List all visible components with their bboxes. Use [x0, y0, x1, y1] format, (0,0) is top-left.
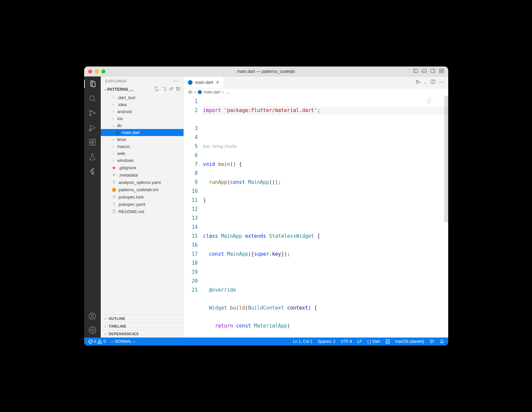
eol-status[interactable]: LF [357, 339, 362, 344]
folder-item[interactable]: ›android [101, 108, 184, 115]
new-file-icon[interactable] [154, 86, 159, 92]
scrollbar-thumb[interactable] [444, 96, 448, 222]
split-editor-icon[interactable] [430, 79, 436, 86]
chevron-right-icon: › [195, 90, 196, 94]
toggle-primary-sidebar-icon[interactable] [413, 68, 418, 74]
zoom-window-button[interactable] [101, 69, 105, 73]
feedback-icon[interactable] [430, 339, 434, 344]
search-activity-icon[interactable] [88, 94, 96, 102]
flutter-device-status[interactable]: macOS (darwin) [395, 339, 424, 344]
breadcrumb-segment[interactable]: ... [226, 90, 229, 94]
section-label: DEPENDENCIES [109, 332, 139, 336]
explorer-sidebar: EXPLORER ⋯ ⌄ PATTERNS_... ›.dart_tool›.i… [101, 76, 184, 338]
cursor-position-status[interactable]: Ln 1, Col 1 [293, 339, 312, 344]
iml-file-icon: ⬤ [111, 187, 117, 192]
editor-area: main.dart ✕ ⌄ ⋯ lib › main.dart › ... [184, 76, 448, 338]
settings-activity-icon[interactable] [88, 326, 96, 334]
timeline-section-header[interactable]: › TIMELINE [101, 322, 184, 330]
run-action-icon[interactable] [415, 79, 421, 86]
tab-main-dart[interactable]: main.dart ✕ [184, 76, 224, 88]
folder-item[interactable]: ›windows [101, 157, 184, 164]
dart-file-icon [198, 90, 202, 94]
new-folder-icon[interactable] [162, 86, 166, 92]
dependencies-section-header[interactable]: › DEPENDENCIES [101, 330, 184, 338]
folder-item[interactable]: ›macos [101, 143, 184, 150]
minimap[interactable]: ▬▬▬ ▬▬▬▬▬▬▬▬▬▬▬ ▬▬▬▬▬▬▬▬▬▬▬▬▬▬▬▬ ▬▬▬▬▬▬▬… [428, 97, 446, 114]
code-editor[interactable]: 12 3456789101112131415161718192021 impor… [184, 96, 448, 338]
collapse-all-icon[interactable] [176, 86, 181, 92]
chevron-right-icon: › [111, 138, 115, 141]
editor-layout-controls [413, 68, 444, 74]
tree-item-label: ios [117, 116, 123, 121]
info-file-icon: ⓘ [111, 209, 117, 214]
svg-line-11 [94, 100, 95, 101]
chevron-right-icon: › [222, 90, 224, 94]
file-item[interactable]: main.dart [101, 129, 184, 136]
breadcrumb[interactable]: lib › main.dart › ... [184, 88, 448, 96]
codelens[interactable]: Run | Debug | Profile [203, 142, 448, 151]
tree-item-label: .gitignore [119, 165, 136, 170]
refresh-icon[interactable] [169, 86, 174, 92]
chevron-right-icon: › [103, 317, 107, 321]
tree-item-label: README.md [119, 209, 144, 214]
chevron-right-icon: › [111, 145, 115, 148]
file-item[interactable]: ≡pubspec.lock [101, 193, 184, 201]
folder-item[interactable]: ›.dart_tool [101, 94, 184, 101]
accounts-activity-icon[interactable] [88, 312, 96, 320]
vim-mode-status: -- NORMAL -- [111, 339, 136, 344]
svg-rect-20 [93, 139, 95, 141]
toggle-panel-icon[interactable] [422, 68, 427, 74]
explorer-activity-icon[interactable] [84, 80, 101, 88]
notifications-icon[interactable] [440, 339, 444, 344]
file-icon: ≡ [111, 194, 117, 200]
chevron-down-icon[interactable]: ⌄ [424, 80, 427, 84]
svg-rect-8 [439, 71, 441, 73]
extensions-activity-icon[interactable] [88, 138, 96, 146]
file-item[interactable]: !pubspec.yaml [101, 201, 184, 208]
folder-item[interactable]: ›web [101, 150, 184, 157]
toggle-secondary-sidebar-icon[interactable] [430, 68, 436, 74]
tree-item-label: .dart_tool [117, 95, 135, 100]
file-item[interactable]: ⓘREADME.md [101, 208, 184, 215]
language-status[interactable]: { } Dart [367, 339, 380, 344]
svg-point-14 [93, 112, 95, 114]
minimize-window-button[interactable] [95, 69, 99, 73]
folder-item[interactable]: ⌄lib [101, 122, 184, 129]
vertical-scrollbar[interactable] [444, 96, 448, 338]
file-item[interactable]: !analysis_options.yaml [101, 179, 184, 186]
svg-point-13 [89, 114, 91, 116]
breadcrumb-segment[interactable]: lib [189, 90, 193, 94]
run-debug-activity-icon[interactable] [88, 124, 96, 132]
flutter-activity-icon[interactable] [88, 168, 96, 176]
folder-item[interactable]: ›ios [101, 115, 184, 122]
titlebar: main.dart — patterns_codelab [84, 67, 448, 76]
customize-layout-icon[interactable] [439, 68, 444, 74]
more-actions-icon[interactable]: ⋯ [439, 79, 444, 85]
vscode-window: main.dart — patterns_codelab [84, 67, 448, 345]
tabs-container: main.dart ✕ ⌄ ⋯ [184, 76, 448, 88]
outline-section-header[interactable]: › OUTLINE [101, 315, 184, 322]
code-content[interactable]: import 'package:flutter/material.dart'; … [203, 96, 448, 338]
close-tab-icon[interactable]: ✕ [216, 80, 219, 85]
problems-status[interactable]: 0 0 [88, 339, 106, 344]
testing-activity-icon[interactable] [88, 153, 96, 161]
folder-item[interactable]: ›linux [101, 136, 184, 143]
file-item[interactable]: ◆.gitignore [101, 164, 184, 171]
workspace-folder-header[interactable]: ⌄ PATTERNS_... [101, 86, 184, 94]
chevron-right-icon: › [111, 117, 115, 120]
indentation-status[interactable]: Spaces: 2 [318, 339, 335, 344]
dart-devtools-status[interactable] [385, 339, 390, 344]
chevron-right-icon: › [103, 332, 107, 336]
tree-item-label: analysis_options.yaml [119, 180, 161, 185]
folder-item[interactable]: ›.idea [101, 101, 184, 108]
breadcrumb-segment[interactable]: main.dart [204, 90, 220, 94]
source-control-activity-icon[interactable] [88, 109, 96, 117]
tab-label: main.dart [195, 80, 213, 85]
file-item[interactable]: ≡.metadata [101, 171, 184, 179]
file-item[interactable]: ⬤patterns_codelab.iml [101, 186, 184, 193]
svg-point-22 [91, 314, 93, 317]
close-window-button[interactable] [88, 69, 92, 73]
encoding-status[interactable]: UTF-8 [341, 339, 352, 344]
file-icon: ≡ [111, 172, 117, 178]
chevron-down-icon: ⌄ [111, 124, 115, 127]
